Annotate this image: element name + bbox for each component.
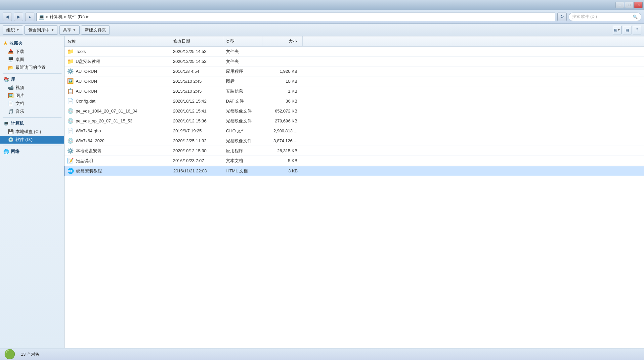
table-row[interactable]: ⚙️ 本地硬盘安装 2020/10/12 15:30 应用程序 28,315 K… (64, 146, 644, 156)
file-name-cell: 💿 Win7x64_2020 (64, 136, 170, 146)
view-options-button[interactable]: ⊞ ▼ (613, 26, 622, 34)
file-type-cell: 文件夹 (223, 47, 263, 56)
search-box[interactable]: 搜索 软件 (D:) 🔍 (569, 13, 641, 21)
table-row[interactable]: 📁 U盘安装教程 2020/12/25 14:52 文件夹 (64, 57, 644, 67)
file-name-cell: 💿 pe_yqs_1064_20_07_31_16_04 (64, 106, 170, 116)
file-size-cell: 3,874,126 ... (263, 137, 303, 145)
doc-label: 文档 (16, 101, 24, 107)
file-type-cell: 文本文档 (223, 156, 263, 165)
table-row[interactable]: 📝 光盘说明 2016/10/23 7:07 文本文档 5 KB (64, 156, 644, 166)
sidebar-network-header[interactable]: 🌐 网络 (0, 147, 64, 156)
include-library-arrow: ▼ (51, 28, 54, 32)
organize-button[interactable]: 组织 ▼ (3, 25, 23, 35)
file-name-cell: 📋 AUTORUN (64, 86, 170, 96)
col-header-size[interactable]: 大小 (263, 36, 303, 46)
file-date-cell: 2015/5/10 2:45 (170, 77, 223, 85)
downloads-icon: 📥 (8, 49, 14, 54)
toolbar: 组织 ▼ 包含到库中 ▼ 共享 ▼ 新建文件夹 ⊞ ▼ ▤ ? (0, 24, 644, 36)
sidebar-computer-header[interactable]: 💻 计算机 (0, 119, 64, 128)
sidebar-item-desktop[interactable]: 🖥️ 桌面 (0, 56, 64, 64)
sidebar-item-local-c[interactable]: 💾 本地磁盘 (C:) (0, 128, 64, 136)
sidebar-item-video[interactable]: 📹 视频 (0, 84, 64, 92)
file-size-cell: 652,072 KB (263, 107, 303, 115)
table-row[interactable]: 💿 Win7x64_2020 2020/12/25 11:32 光盘映像文件 3… (64, 136, 644, 146)
toolbar-right: ⊞ ▼ ▤ ? (613, 26, 641, 34)
path-drive[interactable]: 软件 (D:) (68, 14, 85, 20)
network-folder-icon: 🌐 (3, 149, 9, 154)
col-header-type[interactable]: 类型 (223, 36, 263, 46)
sidebar-item-downloads[interactable]: 📥 下载 (0, 48, 64, 56)
table-row[interactable]: 🖼️ AUTORUN 2015/5/10 2:45 图标 10 KB (64, 76, 644, 86)
new-folder-button[interactable]: 新建文件夹 (81, 25, 110, 35)
file-name: Tools (76, 49, 86, 54)
file-type-cell: 光盘映像文件 (223, 116, 263, 126)
minimize-button[interactable]: ─ (616, 2, 624, 8)
file-type-cell: 应用程序 (223, 146, 263, 156)
file-name: pe_yqs_1064_20_07_31_16_04 (76, 109, 138, 113)
sidebar-favorites-header[interactable]: ★ 收藏夹 (0, 39, 64, 48)
file-size-cell: 10 KB (263, 77, 303, 85)
col-header-name[interactable]: 名称 (64, 36, 170, 46)
file-type-cell: 光盘映像文件 (223, 136, 263, 146)
file-name-cell: 🖼️ AUTORUN (64, 76, 170, 86)
file-date-cell: 2015/5/10 2:45 (170, 87, 223, 95)
path-computer[interactable]: 计算机 (50, 14, 63, 20)
sidebar-favorites-section: ★ 收藏夹 📥 下载 🖥️ 桌面 📂 最近访问的位置 (0, 39, 64, 71)
desktop-label: 桌面 (16, 57, 24, 63)
computer-folder-icon: 💻 (3, 121, 9, 126)
sidebar: ★ 收藏夹 📥 下载 🖥️ 桌面 📂 最近访问的位置 📚 库 (0, 36, 64, 348)
file-name-cell: 🌐 硬盘安装教程 (65, 166, 171, 176)
file-size-cell: 28,315 KB (263, 147, 303, 155)
search-text: 搜索 软件 (D:) (572, 14, 597, 20)
include-library-button[interactable]: 包含到库中 ▼ (24, 25, 58, 35)
table-row[interactable]: 📋 AUTORUN 2015/5/10 2:45 安装信息 1 KB (64, 86, 644, 96)
file-type-cell: 安装信息 (223, 87, 263, 96)
file-icon: 📄 (67, 128, 74, 134)
refresh-button[interactable]: ↻ (557, 13, 567, 21)
table-row[interactable]: 📁 Tools 2020/12/25 14:52 文件夹 (64, 47, 644, 57)
file-icon: 📁 (67, 58, 74, 65)
file-icon: ⚙️ (67, 68, 74, 74)
col-header-date[interactable]: 修改日期 (170, 36, 223, 46)
table-row[interactable]: 📄 Config.dat 2020/10/12 15:42 DAT 文件 36 … (64, 96, 644, 106)
libraries-folder-icon: 📚 (3, 77, 9, 82)
address-path[interactable]: 💻 ▶ 计算机 ▶ 软件 (D:) ▶ (36, 13, 555, 21)
preview-button[interactable]: ▤ (623, 26, 631, 34)
up-button[interactable]: ▲ (25, 13, 34, 21)
file-type-cell: 文件夹 (223, 57, 263, 66)
back-button[interactable]: ◀ (3, 13, 12, 21)
sidebar-divider-1 (3, 73, 62, 74)
table-row[interactable]: 💿 pe_yqs_1064_20_07_31_16_04 2020/10/12 … (64, 106, 644, 116)
path-separator2: ▶ (64, 15, 66, 19)
sidebar-libraries-header[interactable]: 📚 库 (0, 75, 64, 84)
addressbar: ◀ ▶ ▲ 💻 ▶ 计算机 ▶ 软件 (D:) ▶ ↻ 搜索 软件 (D:) 🔍 (0, 10, 644, 24)
table-row[interactable]: 🌐 硬盘安装教程 2016/11/21 22:03 HTML 文档 3 KB (64, 166, 644, 176)
favorites-star-icon: ★ (3, 41, 8, 46)
file-date-cell: 2020/10/12 15:41 (170, 107, 223, 115)
close-button[interactable]: ✕ (634, 2, 643, 8)
sidebar-item-image[interactable]: 🖼️ 图片 (0, 92, 64, 100)
file-date-cell: 2016/10/23 7:07 (170, 157, 223, 165)
forward-button[interactable]: ▶ (14, 13, 23, 21)
file-size-cell (263, 60, 303, 63)
sidebar-item-recent[interactable]: 📂 最近访问的位置 (0, 64, 64, 71)
file-name: 硬盘安装教程 (76, 168, 102, 174)
titlebar: ─ □ ✕ (0, 0, 644, 10)
sidebar-item-music[interactable]: 🎵 音乐 (0, 108, 64, 115)
file-icon: 💿 (67, 138, 74, 144)
table-row[interactable]: 💿 pe_yqs_xp_20_07_31_15_53 2020/10/12 15… (64, 116, 644, 126)
sidebar-divider-2 (3, 117, 62, 118)
sidebar-item-software-d[interactable]: 💿 软件 (D:) (0, 136, 64, 144)
maximize-button[interactable]: □ (625, 2, 633, 8)
libraries-label: 库 (11, 76, 15, 82)
file-name: 本地硬盘安装 (76, 148, 102, 154)
network-label: 网络 (11, 149, 20, 155)
table-row[interactable]: ⚙️ AUTORUN 2016/1/8 4:54 应用程序 1,926 KB (64, 67, 644, 76)
table-row[interactable]: 📄 Win7x64.gho 2019/9/7 19:25 GHO 文件 2,90… (64, 126, 644, 136)
status-count: 13 个对象 (21, 351, 40, 357)
file-icon: 📋 (67, 88, 74, 94)
file-type-cell: 光盘映像文件 (223, 107, 263, 116)
share-button[interactable]: 共享 ▼ (59, 25, 80, 35)
help-button[interactable]: ? (633, 26, 641, 34)
sidebar-item-doc[interactable]: 📄 文档 (0, 100, 64, 108)
